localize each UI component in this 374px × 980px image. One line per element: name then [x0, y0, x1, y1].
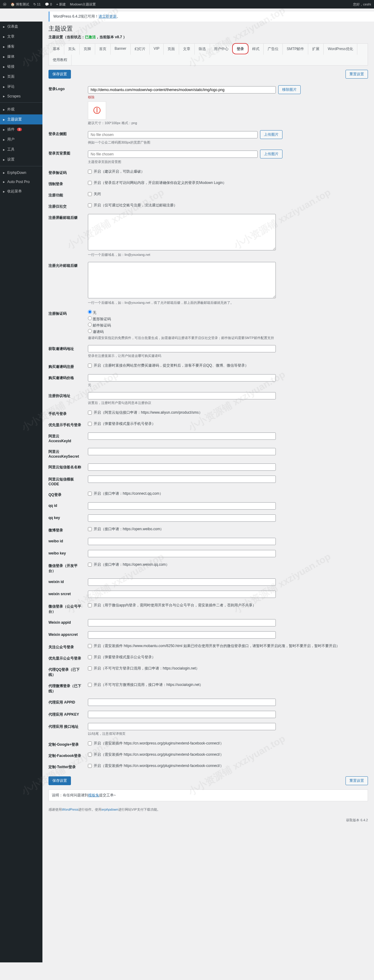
proxywb-checkbox[interactable]	[88, 683, 92, 687]
regcaptcha-radio-0[interactable]	[88, 310, 92, 314]
tab-页面[interactable]: 页面	[164, 44, 179, 55]
tab-VIP[interactable]: VIP	[150, 44, 164, 55]
followmp-checkbox[interactable]	[88, 644, 92, 648]
inviteurl-input[interactable]	[88, 345, 276, 352]
tab-广告位[interactable]: 广告位	[264, 44, 283, 55]
reset-button-bottom[interactable]: 重置设置	[345, 776, 368, 785]
wbkey-input[interactable]	[88, 550, 276, 557]
force-checkbox[interactable]	[88, 181, 92, 185]
smssign-input[interactable]	[88, 463, 276, 471]
leftimg-upload-btn[interactable]: 上传图片	[260, 130, 282, 139]
leftimg-input[interactable]: No file chosen	[88, 131, 258, 138]
new-content[interactable]: + 新建	[56, 2, 65, 7]
menu-media[interactable]: ▸媒体	[0, 52, 43, 62]
tab-扩展[interactable]: 扩展	[308, 44, 324, 55]
allowemail-textarea[interactable]	[88, 262, 276, 298]
regsocial-checkbox[interactable]	[88, 204, 92, 207]
menu-auto[interactable]: ▸Auto Post Pro	[0, 177, 43, 186]
tab-基本[interactable]: 基本	[49, 44, 64, 55]
phonelogin-checkbox[interactable]	[88, 410, 92, 415]
qqid-input[interactable]	[88, 502, 276, 509]
menu-erphp[interactable]: ▸ErphpDown	[0, 168, 43, 177]
regcaptcha-radio-1[interactable]	[88, 316, 92, 320]
tab-登录[interactable]: 登录	[233, 44, 248, 55]
qqkey-input[interactable]	[88, 514, 276, 522]
menu-link[interactable]: ▸链接	[0, 62, 43, 72]
menu-mic[interactable]: ▸播客	[0, 41, 43, 52]
save-button-top[interactable]: 保存设置	[49, 70, 71, 79]
bgimg-upload-btn[interactable]: 上传图片	[260, 150, 282, 158]
mpfirst-checkbox[interactable]	[88, 655, 92, 659]
tab-样式[interactable]: 样式	[248, 44, 264, 55]
menu-theme[interactable]: ▸主题设置	[0, 115, 43, 124]
akid-input[interactable]	[88, 433, 276, 440]
menu-scrape[interactable]: ▸Scrapes	[0, 92, 43, 101]
comments-count[interactable]: 💬 0	[45, 2, 52, 6]
tab-WordPress优化[interactable]: WordPress优化	[324, 44, 357, 55]
tab-页头[interactable]: 页头	[64, 44, 80, 55]
proxyappid-input[interactable]	[88, 698, 276, 706]
wxid-input[interactable]	[88, 579, 276, 586]
label-wxappsecret: Weixin appsrcret	[49, 631, 82, 637]
tab-文章[interactable]: 文章	[179, 44, 195, 55]
wxappid-input[interactable]	[88, 619, 276, 627]
regfunc-checkbox[interactable]	[88, 192, 92, 196]
menu-comment[interactable]: ▸评论	[0, 82, 43, 92]
menu-appearance[interactable]: ▸外观	[0, 104, 43, 115]
proxyappkey-input[interactable]	[88, 711, 276, 718]
update-link[interactable]: 请立即更新	[98, 14, 117, 19]
inviteprice-input[interactable]	[88, 374, 276, 382]
footer-link[interactable]: 模板兔	[88, 793, 99, 797]
logo-remove-link[interactable]: 移除	[88, 95, 95, 100]
menu-dash[interactable]: ▸仪表盘	[0, 22, 43, 32]
wp-logo[interactable]: ⓦ	[3, 2, 6, 7]
proxyqq-checkbox[interactable]	[88, 667, 92, 670]
tab-页脚[interactable]: 页脚	[80, 44, 95, 55]
wbid-input[interactable]	[88, 538, 276, 545]
google-checkbox[interactable]	[88, 741, 92, 745]
qqlogin-checkbox[interactable]	[88, 492, 92, 496]
proxyapi-input[interactable]	[88, 723, 276, 730]
tab-筛选[interactable]: 筛选	[195, 44, 210, 55]
twitter-checkbox[interactable]	[88, 764, 92, 768]
theme-settings-link[interactable]: Modown主题设置	[70, 2, 96, 7]
site-name[interactable]: 🏠 博客测试	[11, 2, 29, 7]
tab-SMTP邮件[interactable]: SMTP邮件	[283, 44, 308, 55]
user-greeting[interactable]: 您好，ceshi	[353, 2, 371, 7]
reset-button-top[interactable]: 重置设置	[345, 70, 368, 79]
wxopen-checkbox[interactable]	[88, 563, 92, 566]
save-button-bottom[interactable]: 保存设置	[49, 776, 71, 785]
facebook-checkbox[interactable]	[88, 752, 92, 757]
phonefirst-checkbox[interactable]	[88, 422, 92, 426]
tab-幻灯片[interactable]: 幻灯片	[131, 44, 150, 55]
tab-首页[interactable]: 首页	[95, 44, 111, 55]
label-inviteprice: 购买邀请码价格	[49, 374, 82, 380]
wblogin-checkbox[interactable]	[88, 527, 92, 531]
menu-page[interactable]: ▸页面	[0, 72, 43, 82]
bgimg-input[interactable]: No file chosen	[88, 151, 258, 158]
menu-plugin[interactable]: ▸插件9	[0, 124, 43, 134]
wxsecret-input[interactable]	[88, 590, 276, 598]
regcaptcha-radio-3[interactable]	[88, 329, 92, 333]
tab-使用教程[interactable]: 使用教程	[49, 55, 71, 65]
label-buyinvite: 购买邀请码注册	[49, 363, 82, 369]
menu-tool[interactable]: ▸工具	[0, 145, 43, 154]
smstpl-input[interactable]	[88, 476, 276, 483]
menu-user[interactable]: ▸用户	[0, 134, 43, 145]
updates-count[interactable]: ↻ 11	[33, 2, 41, 6]
logo-remove-btn[interactable]: 移除图片	[278, 85, 301, 94]
wxmp-checkbox[interactable]	[88, 603, 92, 607]
wxappsecret-input[interactable]	[88, 631, 276, 639]
agreeurl-input[interactable]	[88, 392, 276, 399]
captcha-checkbox[interactable]	[88, 170, 92, 173]
logo-url-input[interactable]	[88, 86, 276, 94]
blockemail-textarea[interactable]	[88, 214, 276, 250]
menu-collapse[interactable]: ▸收起菜单	[0, 186, 43, 196]
menu-setting[interactable]: ▸设置	[0, 154, 43, 164]
tab-用户中心[interactable]: 用户中心	[210, 44, 233, 55]
menu-post[interactable]: ▸文章	[0, 32, 43, 41]
aksecret-input[interactable]	[88, 448, 276, 455]
tab-Banner[interactable]: Banner	[111, 44, 131, 55]
regcaptcha-radio-2[interactable]	[88, 323, 92, 326]
buyinvite-checkbox[interactable]	[88, 364, 92, 368]
